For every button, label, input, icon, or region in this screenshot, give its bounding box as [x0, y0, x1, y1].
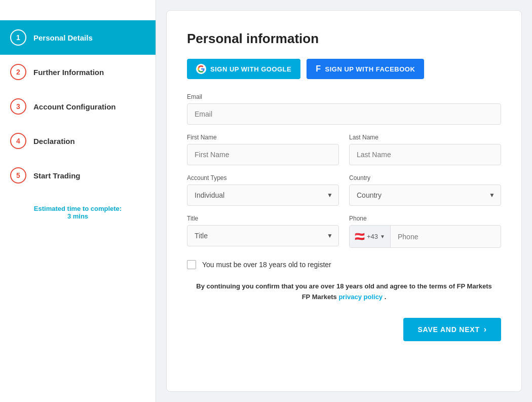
phone-group: Phone 🇦🇹 +43 ▼ — [349, 215, 501, 248]
country-group: Country Country Austria Germany United K… — [349, 174, 501, 206]
account-types-wrapper: Individual Corporate Joint ▼ — [187, 185, 339, 206]
phone-row: 🇦🇹 +43 ▼ — [349, 225, 501, 248]
email-field[interactable] — [187, 103, 501, 125]
sidebar-item-further-information[interactable]: 2 Further Information — [0, 55, 156, 89]
age-checkbox-row: You must be over 18 years old to registe… — [187, 260, 501, 269]
privacy-text-before: By continuing you confirm that you are o… — [196, 282, 491, 290]
privacy-policy-link[interactable]: privacy policy — [338, 293, 383, 301]
phone-code-text: +43 — [367, 233, 378, 240]
step-circle-3: 3 — [10, 98, 26, 115]
last-name-field[interactable] — [349, 144, 501, 165]
google-icon — [196, 64, 206, 74]
title-phone-row: Title Title Mr Mrs Ms Dr ▼ Phone 🇦🇹 +43 … — [187, 215, 501, 248]
country-select[interactable]: Country Austria Germany United Kingdom U… — [349, 185, 501, 206]
sidebar-item-label-1: Personal Details — [33, 33, 93, 42]
country-label: Country — [349, 174, 501, 181]
first-name-group: First Name — [187, 134, 339, 165]
facebook-signup-button[interactable]: f SIGN UP WITH FACEBOOK — [307, 59, 424, 79]
last-name-group: Last Name — [349, 134, 501, 165]
step-circle-4: 4 — [10, 133, 26, 149]
email-label: Email — [187, 93, 501, 100]
save-next-label: SAVE AND NEXT — [417, 325, 479, 334]
estimated-time-label: Estimated time to complete: — [10, 205, 145, 212]
account-country-row: Account Types Individual Corporate Joint… — [187, 174, 501, 206]
age-checkbox-label: You must be over 18 years old to registe… — [202, 261, 331, 269]
step-circle-2: 2 — [10, 64, 26, 80]
sidebar-item-label-4: Declaration — [33, 137, 75, 145]
google-btn-label: SIGN UP WITH GOOGLE — [210, 65, 291, 73]
sidebar-item-label-2: Further Information — [33, 68, 104, 77]
privacy-text: By continuing you confirm that you are o… — [187, 281, 501, 303]
sidebar-item-start-trading[interactable]: 5 Start Trading — [0, 158, 156, 193]
main-content: Personal information SIGN UP WITH GOOGLE… — [166, 10, 522, 392]
social-buttons: SIGN UP WITH GOOGLE f SIGN UP WITH FACEB… — [187, 59, 501, 79]
first-name-label: First Name — [187, 134, 339, 141]
facebook-btn-label: SIGN UP WITH FACEBOOK — [325, 65, 415, 73]
sidebar-item-account-configuration[interactable]: 3 Account Configuration — [0, 89, 156, 124]
title-label: Title — [187, 215, 339, 222]
privacy-period: . — [385, 293, 387, 301]
first-name-field[interactable] — [187, 144, 339, 165]
phone-dropdown-icon: ▼ — [380, 234, 385, 239]
bottom-bar: SAVE AND NEXT › — [187, 318, 501, 341]
phone-country-code[interactable]: 🇦🇹 +43 ▼ — [350, 226, 391, 247]
sidebar: 1 Personal Details 2 Further Information… — [0, 0, 156, 402]
age-checkbox[interactable] — [187, 260, 196, 269]
step-circle-1: 1 — [10, 29, 26, 46]
email-group: Email — [187, 93, 501, 125]
last-name-label: Last Name — [349, 134, 501, 141]
phone-flag: 🇦🇹 — [355, 232, 365, 241]
sidebar-item-label-3: Account Configuration — [33, 102, 116, 111]
title-select[interactable]: Title Mr Mrs Ms Dr — [187, 225, 339, 246]
estimated-time-value: 3 mins — [10, 212, 145, 220]
step-circle-5: 5 — [10, 167, 26, 184]
facebook-icon: f — [316, 64, 321, 74]
page-title: Personal information — [187, 31, 501, 47]
account-types-select[interactable]: Individual Corporate Joint — [187, 185, 339, 206]
title-wrapper: Title Mr Mrs Ms Dr ▼ — [187, 225, 339, 246]
fp-markets-text: FP Markets — [302, 293, 339, 301]
sidebar-item-label-5: Start Trading — [33, 171, 81, 180]
google-signup-button[interactable]: SIGN UP WITH GOOGLE — [187, 59, 300, 79]
phone-field[interactable] — [391, 227, 501, 247]
name-row: First Name Last Name — [187, 134, 501, 165]
estimated-time: Estimated time to complete: 3 mins — [0, 205, 156, 220]
save-next-arrow-icon: › — [484, 325, 487, 334]
sidebar-item-declaration[interactable]: 4 Declaration — [0, 124, 156, 158]
phone-label: Phone — [349, 215, 501, 222]
sidebar-item-personal-details[interactable]: 1 Personal Details — [0, 20, 156, 55]
title-group: Title Title Mr Mrs Ms Dr ▼ — [187, 215, 339, 248]
country-wrapper: Country Austria Germany United Kingdom U… — [349, 185, 501, 206]
account-types-label: Account Types — [187, 174, 339, 181]
account-types-group: Account Types Individual Corporate Joint… — [187, 174, 339, 206]
save-next-button[interactable]: SAVE AND NEXT › — [403, 318, 501, 341]
